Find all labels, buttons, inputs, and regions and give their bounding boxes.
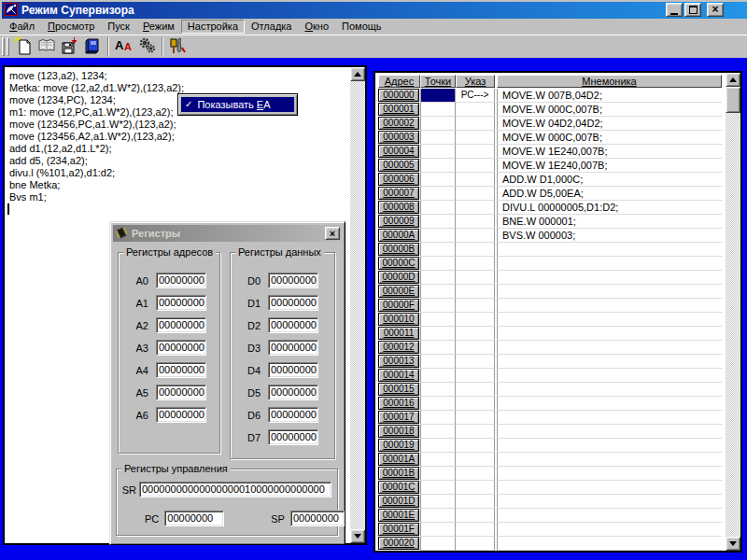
scroll-up-button[interactable] [726, 73, 740, 87]
sr-value-field[interactable]: 00000000000000000010000000000000 [139, 482, 331, 497]
new-file-button[interactable] [11, 36, 35, 57]
address-cell[interactable]: 000018 [378, 425, 419, 438]
breakpoint-cell[interactable] [420, 145, 456, 159]
breakpoint-cell[interactable] [420, 369, 456, 383]
address-cell[interactable]: 000009 [378, 215, 419, 228]
address-cell[interactable]: 000008 [378, 201, 419, 214]
address-cell[interactable]: 000012 [378, 341, 419, 354]
data-register-value-field-D7[interactable]: 00000000 [268, 429, 318, 445]
breakpoint-cell[interactable] [420, 439, 456, 453]
titlebar[interactable]: Режим Супервизора × [2, 2, 747, 19]
address-cell[interactable]: 000001 [378, 103, 419, 116]
fonts-button[interactable]: АА [112, 36, 135, 57]
address-cell[interactable]: 000020 [378, 537, 419, 550]
options-button[interactable] [166, 36, 190, 57]
breakpoint-cell[interactable] [420, 201, 456, 215]
menu-item-view[interactable]: Просмотр [41, 20, 101, 34]
address-cell[interactable]: 000011 [378, 327, 419, 340]
address-cell[interactable]: 00001D [378, 495, 419, 508]
breakpoint-cell[interactable] [420, 215, 456, 229]
data-register-value-field-D4[interactable]: 00000000 [268, 362, 318, 378]
sp-value-field[interactable]: 00000000 [290, 511, 345, 526]
address-cell[interactable]: 000014 [378, 369, 419, 382]
address-cell[interactable]: 00000B [378, 243, 419, 256]
dialog-titlebar[interactable]: Регистры × [113, 225, 342, 242]
address-cell[interactable]: 00001C [378, 481, 419, 494]
scroll-up-button[interactable] [350, 67, 365, 81]
menu-item-debug[interactable]: Отладка [245, 20, 298, 34]
address-cell[interactable]: 000003 [378, 131, 419, 144]
pc-value-field[interactable]: 00000000 [164, 511, 224, 526]
address-cell[interactable]: 000002 [378, 117, 419, 130]
data-register-value-field-D3[interactable]: 00000000 [268, 340, 318, 356]
address-cell[interactable]: 00000F [378, 299, 419, 312]
breakpoint-cell[interactable] [420, 355, 456, 369]
breakpoint-cell[interactable] [420, 285, 456, 299]
breakpoint-cell[interactable] [420, 537, 456, 551]
address-cell[interactable]: 000015 [378, 383, 419, 396]
close-button[interactable]: × [707, 3, 724, 17]
address-cell[interactable]: 000010 [378, 313, 419, 326]
dialog-close-button[interactable]: × [325, 227, 340, 240]
menu-item-file[interactable]: Файл [3, 20, 41, 34]
address-cell[interactable]: 00001A [378, 453, 419, 466]
address-register-value-field-A1[interactable]: 00000000 [156, 295, 206, 311]
breakpoint-cell[interactable] [420, 495, 456, 509]
scroll-down-button[interactable] [726, 537, 740, 551]
address-cell[interactable]: 000005 [378, 159, 419, 172]
breakpoint-cell[interactable] [420, 341, 456, 355]
toolbar-grip[interactable] [2, 37, 5, 56]
breakpoint-cell[interactable] [420, 243, 456, 257]
open-book-button[interactable] [35, 36, 58, 57]
breakpoint-cell[interactable] [420, 159, 456, 173]
address-cell[interactable]: 000007 [378, 187, 419, 200]
breakpoint-cell[interactable] [420, 257, 456, 271]
breakpoint-cell[interactable] [420, 299, 456, 313]
breakpoint-cell[interactable] [420, 397, 456, 411]
data-register-value-field-D6[interactable]: 00000000 [268, 407, 318, 423]
menu-item-mode[interactable]: Режим [136, 20, 181, 34]
address-cell[interactable]: 00000A [378, 229, 419, 242]
breakpoint-cell[interactable] [420, 411, 456, 425]
breakpoint-cell[interactable] [420, 481, 456, 495]
address-cell[interactable]: 00000C [378, 257, 419, 270]
minimize-button[interactable] [666, 3, 683, 17]
address-register-value-field-A4[interactable]: 00000000 [156, 362, 206, 378]
address-cell[interactable]: 00001B [378, 467, 419, 480]
address-cell[interactable]: 000019 [378, 439, 419, 452]
address-cell[interactable]: 00001E [378, 509, 419, 522]
save-button[interactable] [58, 36, 81, 57]
maximize-button[interactable] [684, 3, 701, 17]
address-cell[interactable]: 000013 [378, 355, 419, 368]
address-register-value-field-A0[interactable]: 00000000 [156, 273, 206, 288]
editor-vertical-scrollbar[interactable] [350, 67, 365, 543]
address-cell[interactable]: 00000E [378, 285, 419, 298]
breakpoint-cell[interactable] [420, 425, 456, 439]
address-cell[interactable]: 000016 [378, 397, 419, 410]
data-register-value-field-D5[interactable]: 00000000 [268, 385, 318, 400]
breakpoint-cell[interactable] [420, 103, 456, 117]
menu-item-run[interactable]: Пуск [101, 20, 136, 34]
breakpoint-cell[interactable] [420, 523, 456, 537]
scroll-thumb[interactable] [726, 87, 740, 113]
menu-item-window[interactable]: Окно [298, 20, 335, 34]
address-cell[interactable]: 000000 [378, 89, 419, 102]
breakpoint-cell[interactable] [420, 131, 456, 145]
breakpoint-cell[interactable] [420, 453, 456, 467]
address-cell[interactable]: 00001F [378, 523, 419, 536]
breakpoint-cell[interactable] [420, 509, 456, 523]
address-register-value-field-A5[interactable]: 00000000 [156, 385, 206, 400]
breakpoint-cell[interactable] [420, 173, 456, 187]
breakpoint-cell[interactable] [420, 313, 456, 327]
scroll-down-button[interactable] [350, 529, 365, 543]
build-button[interactable] [135, 36, 159, 57]
breakpoint-cell[interactable] [420, 187, 456, 201]
address-cell[interactable]: 000017 [378, 411, 419, 424]
address-cell[interactable]: 000004 [378, 145, 419, 158]
breakpoint-cell[interactable] [420, 271, 456, 285]
address-register-value-field-A2[interactable]: 00000000 [156, 317, 206, 333]
breakpoint-cell[interactable] [420, 229, 456, 243]
breakpoint-cell[interactable] [420, 117, 456, 131]
address-register-value-field-A6[interactable]: 00000000 [156, 407, 206, 423]
menu-item-show-ea[interactable]: ✓ Показывать EA [181, 97, 294, 112]
